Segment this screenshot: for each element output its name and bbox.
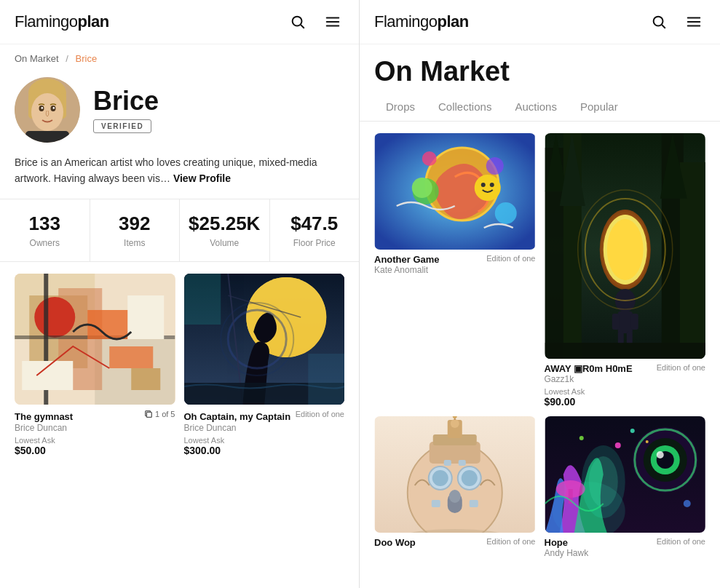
bio-text: Brice is an American artist who loves cr… — [0, 154, 359, 199]
hope-info: Hope Andy Hawk Edition of one — [545, 537, 706, 558]
doo-wop-title: Doo Wop — [374, 537, 416, 548]
nft-card-hope[interactable]: Hope Andy Hawk Edition of one — [545, 416, 706, 558]
svg-rect-93 — [470, 500, 478, 507]
view-profile-link[interactable]: View Profile — [173, 172, 231, 184]
captain-edition: Edition of one — [296, 410, 344, 418]
svg-point-20 — [34, 297, 75, 338]
logo-plan: plan — [77, 12, 108, 31]
svg-rect-92 — [432, 500, 440, 507]
captain-price-label: Lowest Ask — [184, 436, 345, 445]
stat-floor-price: $47.5 Floor Price — [270, 199, 360, 261]
another-game-artwork — [374, 133, 536, 250]
art-card-gymnast[interactable]: The gymnast 1 of 5 Brice Duncan Lowest A… — [15, 274, 175, 456]
svg-point-55 — [481, 183, 486, 187]
logo-flamingo: Flamingo — [15, 12, 77, 31]
breadcrumb: On Market / Brice — [0, 44, 359, 70]
nft-image-doo-wop — [374, 416, 536, 533]
svg-point-89 — [449, 490, 461, 503]
stat-owners: 133 Owners — [0, 199, 90, 261]
art-grid: The gymnast 1 of 5 Brice Duncan Lowest A… — [0, 274, 359, 456]
nft-card-away[interactable]: AWAY ▣R0m H0mE Gazz1k Lowest Ask $90.00 … — [545, 133, 706, 408]
profile-info: Brice VERIFIED — [93, 87, 159, 134]
gymnast-artwork — [15, 274, 175, 405]
left-panel: Flamingoplan On Market / Brice — [0, 0, 360, 588]
svg-point-109 — [614, 442, 620, 448]
copy-icon — [144, 410, 153, 418]
svg-rect-90 — [444, 460, 451, 466]
art-image-gymnast — [15, 274, 175, 405]
logo-plan-right: plan — [437, 12, 468, 31]
stats-row: 133 Owners 392 Items $25.25K Volume $47.… — [0, 199, 359, 262]
avatar-image — [15, 77, 80, 143]
svg-rect-27 — [131, 368, 160, 390]
nft-card-doo-wop[interactable]: Doo Wop Edition of one — [374, 416, 536, 558]
nft-grid: Another Game Kate Anomalit Edition of on… — [360, 122, 720, 570]
breadcrumb-parent[interactable]: On Market — [15, 53, 59, 64]
another-game-info: Another Game Kate Anomalit Edition of on… — [374, 254, 536, 275]
tab-popular[interactable]: Popular — [569, 93, 630, 122]
svg-rect-39 — [184, 274, 221, 325]
svg-point-53 — [495, 202, 517, 224]
art-image-captain — [184, 274, 345, 405]
stat-items-label: Items — [96, 238, 174, 248]
doo-wop-edition: Edition of one — [486, 537, 535, 546]
svg-point-113 — [683, 500, 690, 507]
svg-point-54 — [475, 175, 501, 201]
gymnast-edition-count: 1 of 5 — [155, 410, 175, 418]
away-price: $90.00 — [545, 396, 633, 408]
svg-point-67 — [606, 219, 643, 280]
captain-title: Oh Captain, my Captain — [184, 411, 291, 422]
svg-point-9 — [31, 93, 63, 131]
left-header: Flamingoplan — [0, 0, 359, 44]
logo-right[interactable]: Flamingoplan — [374, 12, 469, 31]
stat-volume: $25.25K Volume — [180, 199, 270, 261]
tab-collections[interactable]: Collections — [427, 93, 503, 122]
stat-owners-value: 133 — [6, 212, 84, 235]
gymnast-title: The gymnast — [15, 411, 73, 422]
art-card-captain[interactable]: Oh Captain, my Captain Edition of one Br… — [184, 274, 345, 456]
breadcrumb-separator: / — [66, 53, 68, 64]
breadcrumb-current: Brice — [76, 53, 98, 64]
svg-point-52 — [486, 157, 504, 175]
another-game-artist: Kate Anomalit — [374, 265, 440, 275]
gymnast-price-label: Lowest Ask — [15, 436, 175, 445]
gymnast-price: $50.00 — [15, 445, 175, 456]
logo-flamingo-right: Flamingo — [374, 12, 437, 31]
nft-card-another-game[interactable]: Another Game Kate Anomalit Edition of on… — [374, 133, 536, 408]
svg-rect-71 — [630, 314, 638, 330]
svg-point-12 — [41, 107, 43, 109]
avatar — [15, 77, 80, 143]
profile-section: Brice VERIFIED — [0, 70, 359, 154]
svg-point-56 — [490, 183, 494, 187]
stat-floor-value: $47.5 — [276, 212, 354, 235]
captain-artist: Brice Duncan — [184, 423, 345, 433]
search-icon-left[interactable] — [286, 10, 309, 33]
nft-image-away — [545, 133, 706, 359]
search-icon-right[interactable] — [647, 10, 670, 33]
menu-icon-left[interactable] — [321, 10, 344, 33]
svg-rect-29 — [146, 412, 151, 417]
nft-image-hope — [545, 416, 706, 533]
svg-point-110 — [630, 429, 634, 433]
another-game-edition: Edition of one — [486, 254, 535, 263]
svg-rect-14 — [25, 131, 69, 143]
away-info: AWAY ▣R0m H0mE Gazz1k Lowest Ask $90.00 … — [545, 363, 706, 408]
stat-floor-label: Floor Price — [276, 238, 354, 248]
away-artist: Gazz1k — [545, 374, 633, 384]
verified-badge: VERIFIED — [93, 119, 151, 133]
logo-left[interactable]: Flamingoplan — [15, 12, 109, 31]
gymnast-artist: Brice Duncan — [15, 423, 175, 433]
tab-drops[interactable]: Drops — [374, 93, 427, 122]
stat-volume-value: $25.25K — [186, 212, 264, 235]
svg-rect-26 — [22, 361, 73, 390]
svg-line-42 — [662, 25, 665, 28]
profile-name: Brice — [93, 87, 159, 116]
nft-image-another-game — [374, 133, 536, 250]
tab-auctions[interactable]: Auctions — [503, 93, 569, 122]
away-price-label: Lowest Ask — [545, 387, 633, 396]
menu-icon-right[interactable] — [682, 10, 705, 33]
right-header: Flamingoplan — [360, 0, 720, 44]
header-icons-left — [286, 10, 344, 33]
svg-point-51 — [422, 151, 437, 166]
captain-artwork — [184, 274, 345, 405]
